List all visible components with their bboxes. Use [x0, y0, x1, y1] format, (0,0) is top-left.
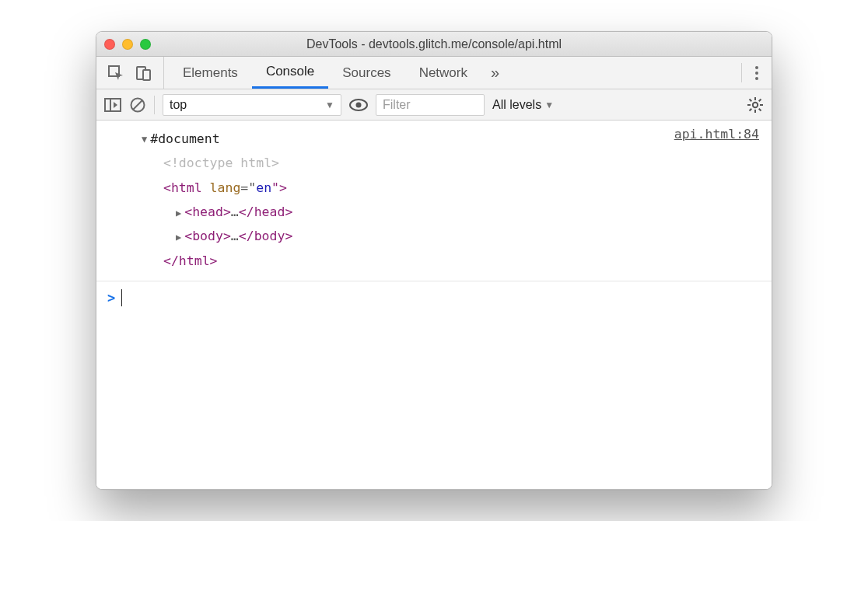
context-selector[interactable]: top ▼: [163, 94, 341, 116]
tab-sources[interactable]: Sources: [328, 57, 404, 89]
chevron-down-icon: ▼: [325, 100, 334, 110]
html-open-node[interactable]: <html lang="en">: [109, 176, 759, 200]
inspect-element-icon[interactable]: [107, 65, 124, 82]
tabs-overflow-button[interactable]: »: [481, 57, 509, 89]
svg-point-12: [753, 102, 758, 107]
console-prompt[interactable]: >: [96, 281, 772, 314]
doctype-node[interactable]: <!doctype html>: [109, 151, 759, 175]
tabs-left-icons: [96, 57, 164, 89]
disclosure-triangle-icon[interactable]: [176, 200, 181, 224]
tab-console[interactable]: Console: [252, 57, 328, 89]
toggle-sidebar-icon[interactable]: [104, 97, 121, 113]
window-title: DevTools - devtools.glitch.me/console/ap…: [96, 37, 772, 51]
svg-point-5: [755, 77, 758, 80]
log-levels-label: All levels: [492, 98, 541, 112]
context-selector-value: top: [170, 98, 187, 112]
clear-console-icon[interactable]: [129, 96, 146, 114]
head-node[interactable]: <head>…</head>: [109, 200, 759, 224]
svg-line-20: [759, 99, 761, 101]
svg-line-9: [133, 100, 142, 110]
console-settings-gear-icon[interactable]: [747, 96, 764, 114]
console-body: api.html:84 #document <!doctype html> <h…: [96, 121, 772, 489]
devtools-window: DevTools - devtools.glitch.me/console/ap…: [96, 31, 772, 490]
svg-rect-6: [105, 99, 121, 111]
close-button[interactable]: [104, 39, 115, 50]
prompt-chevron-icon: >: [107, 290, 115, 306]
live-expression-icon[interactable]: [349, 98, 368, 112]
svg-rect-2: [143, 70, 150, 80]
svg-line-17: [750, 99, 752, 101]
minimize-button[interactable]: [122, 39, 133, 50]
svg-point-3: [755, 66, 758, 69]
tree-root[interactable]: #document: [109, 127, 759, 151]
tab-network[interactable]: Network: [405, 57, 481, 89]
tab-elements[interactable]: Elements: [169, 57, 252, 89]
svg-line-19: [750, 108, 752, 110]
disclosure-triangle-icon[interactable]: [142, 126, 147, 150]
tabs-row: Elements Console Sources Network »: [96, 57, 772, 89]
svg-line-18: [759, 108, 761, 110]
filter-input[interactable]: [376, 94, 485, 116]
source-link[interactable]: api.html:84: [674, 127, 759, 142]
log-levels-selector[interactable]: All levels ▼: [492, 98, 554, 112]
traffic-lights: [104, 39, 151, 50]
titlebar: DevTools - devtools.glitch.me/console/ap…: [96, 32, 772, 57]
console-toolbar: top ▼ All levels ▼: [96, 89, 772, 121]
html-close-node[interactable]: </html>: [109, 249, 759, 273]
console-message: api.html:84 #document <!doctype html> <h…: [96, 121, 772, 281]
svg-point-4: [755, 72, 758, 75]
chevron-down-icon: ▼: [544, 100, 554, 110]
body-node[interactable]: <body>…</body>: [109, 224, 759, 248]
divider: [154, 96, 155, 114]
maximize-button[interactable]: [140, 39, 151, 50]
tab-list: Elements Console Sources Network »: [164, 57, 741, 89]
text-cursor: [121, 289, 122, 306]
document-node-label: #document: [150, 131, 219, 146]
device-toolbar-icon[interactable]: [135, 65, 152, 82]
disclosure-triangle-icon[interactable]: [176, 224, 181, 248]
svg-point-11: [356, 102, 362, 107]
settings-kebab-icon[interactable]: [742, 57, 772, 89]
